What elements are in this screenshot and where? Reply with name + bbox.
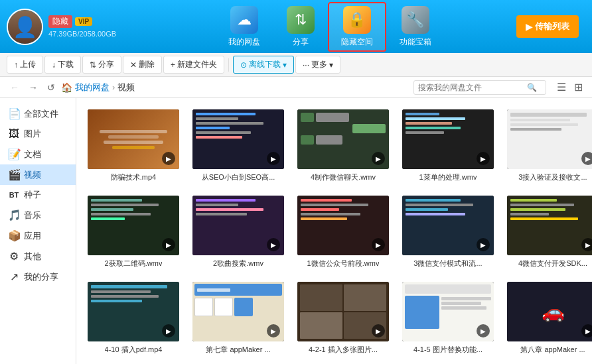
- sidebar: 📄 全部文件 🖼 图片 📝 文档 🎬 视频 BT 种子 🎵 音乐 📦 应用 ⚙: [0, 98, 76, 364]
- play-icon: ▶: [477, 324, 490, 337]
- play-icon: ▶: [267, 238, 280, 251]
- file-thumbnail: ▶: [402, 196, 494, 255]
- lock-icon: 🔒: [343, 6, 371, 34]
- nav-label-lock: 隐藏空间: [341, 36, 373, 48]
- file-thumbnail: ▶: [88, 196, 179, 255]
- file-thumbnail: ▶: [88, 109, 179, 169]
- list-item[interactable]: ▶3微信支付模式和流...: [399, 192, 497, 272]
- sidebar-item-music[interactable]: 🎵 音乐: [0, 205, 76, 225]
- nav-item-share[interactable]: ⇅ 分享: [273, 2, 328, 52]
- sidebar-item-doc[interactable]: 📝 文档: [0, 144, 76, 164]
- grid-view-button[interactable]: ⊞: [571, 80, 585, 95]
- list-item[interactable]: ▶4制作微信聊天.wmv: [294, 106, 392, 186]
- file-thumbnail: ▶: [192, 109, 284, 169]
- sidebar-item-image[interactable]: 🖼 图片: [0, 124, 76, 144]
- file-name: 3接入验证及接收文...: [518, 172, 587, 182]
- upload-label: 上传: [20, 59, 36, 70]
- sidebar-label-music: 音乐: [24, 210, 41, 221]
- search-icon[interactable]: 🔍: [527, 83, 537, 92]
- list-item[interactable]: ▶从SEO小白到SEO高...: [189, 106, 287, 186]
- list-item[interactable]: ▶4-2-1 插入多张图片...: [294, 278, 392, 358]
- all-files-icon: 📄: [8, 107, 20, 120]
- list-item[interactable]: ▶4微信支付开发SDK...: [504, 192, 592, 272]
- file-name: 4微信支付开发SDK...: [518, 259, 587, 269]
- sidebar-item-torrent[interactable]: BT 种子: [0, 185, 76, 205]
- play-icon: ▶: [162, 324, 175, 337]
- more-button[interactable]: ··· 更多 ▾: [295, 56, 340, 74]
- forward-button[interactable]: →: [25, 81, 41, 94]
- offline-download-icon: ⊙: [240, 60, 247, 70]
- file-name: 2获取二维码.wmv: [105, 259, 163, 269]
- file-thumbnail: ▶: [507, 196, 592, 255]
- my-share-icon: ↗: [8, 271, 20, 283]
- share-label: 分享: [98, 59, 114, 70]
- nav-item-tools[interactable]: 🔧 功能宝箱: [386, 2, 445, 52]
- video-icon: 🎬: [8, 168, 20, 181]
- play-icon: ▶: [581, 238, 592, 251]
- header-nav: ☁ 我的网盘 ⇅ 分享 🔒 隐藏空间 🔧 功能宝箱: [143, 2, 516, 52]
- list-item[interactable]: ▶4-10 插入pdf.mp4: [84, 278, 183, 358]
- offline-download-arrow: ▾: [283, 60, 287, 70]
- download-button[interactable]: ↓ 下载: [44, 56, 81, 74]
- music-icon: 🎵: [8, 209, 20, 221]
- file-name: 1菜单的处理.wmv: [419, 172, 477, 182]
- user-name-row: 隐藏 VIP: [48, 15, 116, 28]
- file-thumbnail: ▶: [88, 282, 179, 341]
- search-input[interactable]: [418, 83, 524, 92]
- sidebar-item-my-share[interactable]: ↗ 我的分享: [0, 267, 76, 287]
- list-item[interactable]: ▶3接入验证及接收文...: [504, 106, 592, 186]
- file-thumbnail: ▶: [402, 109, 494, 169]
- new-folder-button[interactable]: + 新建文件夹: [163, 56, 224, 74]
- sidebar-label-video: 视频: [24, 169, 41, 181]
- sidebar-label-app: 应用: [24, 230, 41, 242]
- upload-button[interactable]: ↑ 上传: [7, 56, 43, 74]
- file-thumbnail: ▶: [297, 109, 389, 169]
- list-item[interactable]: ▶4-1-5 图片替换功能...: [399, 278, 497, 358]
- play-icon: ▶: [477, 238, 490, 251]
- sidebar-item-app[interactable]: 📦 应用: [0, 225, 76, 246]
- list-item[interactable]: 🚗 ▶第八章 appMaker ...: [504, 278, 592, 358]
- play-icon: ▶: [162, 238, 175, 251]
- toolbar-separator: [228, 58, 229, 72]
- list-item[interactable]: ▶防骗技术.mp4: [84, 106, 183, 186]
- download-label: 下载: [58, 59, 74, 70]
- back-button[interactable]: ←: [7, 81, 23, 94]
- list-item[interactable]: ▶第七章 appMaker ...: [189, 278, 287, 358]
- sidebar-item-all[interactable]: 📄 全部文件: [0, 103, 76, 124]
- list-item[interactable]: ▶2歌曲搜索.wmv: [189, 192, 287, 272]
- file-thumbnail: 🚗 ▶: [507, 282, 592, 341]
- nav-item-lock[interactable]: 🔒 隐藏空间: [328, 2, 386, 52]
- file-name: 第七章 appMaker ...: [206, 345, 270, 355]
- main-container: 📄 全部文件 🖼 图片 📝 文档 🎬 视频 BT 种子 🎵 音乐 📦 应用 ⚙: [0, 98, 592, 364]
- sidebar-item-other[interactable]: ⚙ 其他: [0, 246, 76, 267]
- more-arrow: ▾: [329, 60, 333, 70]
- play-icon: ▶: [581, 324, 592, 337]
- file-name: 3微信支付模式和流...: [413, 259, 482, 269]
- file-name: 4-1-5 图片替换功能...: [413, 345, 482, 355]
- sidebar-label-torrent: 种子: [24, 189, 41, 201]
- share-button[interactable]: ⇅ 分享: [82, 56, 121, 74]
- play-icon: ▶: [162, 152, 175, 165]
- sidebar-item-video[interactable]: 🎬 视频: [0, 164, 76, 185]
- nav-label-tools: 功能宝箱: [400, 36, 431, 48]
- delete-button[interactable]: ✕ 删除: [123, 56, 162, 74]
- file-thumbnail: ▶: [402, 282, 494, 341]
- list-item[interactable]: ▶1微信公众号前段.wmv: [294, 192, 392, 272]
- list-item[interactable]: ▶2获取二维码.wmv: [84, 192, 183, 272]
- refresh-button[interactable]: ↺: [44, 81, 58, 94]
- file-thumbnail: ▶: [507, 109, 592, 169]
- list-view-button[interactable]: ☰: [554, 80, 569, 95]
- offline-download-button[interactable]: ⊙ 离线下载 ▾: [233, 56, 294, 74]
- user-name: 隐藏: [48, 15, 72, 28]
- offline-download-label: 离线下载: [249, 59, 281, 70]
- search-box[interactable]: 🔍: [413, 80, 546, 95]
- nav-label-share: 分享: [293, 36, 309, 48]
- upload-list-button[interactable]: ▶ 传输列表: [516, 15, 579, 38]
- file-thumbnail: ▶: [192, 196, 284, 255]
- nav-item-cloud[interactable]: ☁ 我的网盘: [215, 2, 273, 52]
- storage-info: 47.39GB/2058.00GB: [48, 30, 116, 38]
- breadcrumb-root[interactable]: 我的网盘: [75, 82, 110, 93]
- list-item[interactable]: ▶1菜单的处理.wmv: [399, 106, 497, 186]
- toolbar: ↑ 上传 ↓ 下载 ⇅ 分享 ✕ 删除 + 新建文件夹 ⊙ 离线下载 ▾ ···…: [0, 53, 592, 77]
- upload-list-label: 传输列表: [535, 21, 569, 32]
